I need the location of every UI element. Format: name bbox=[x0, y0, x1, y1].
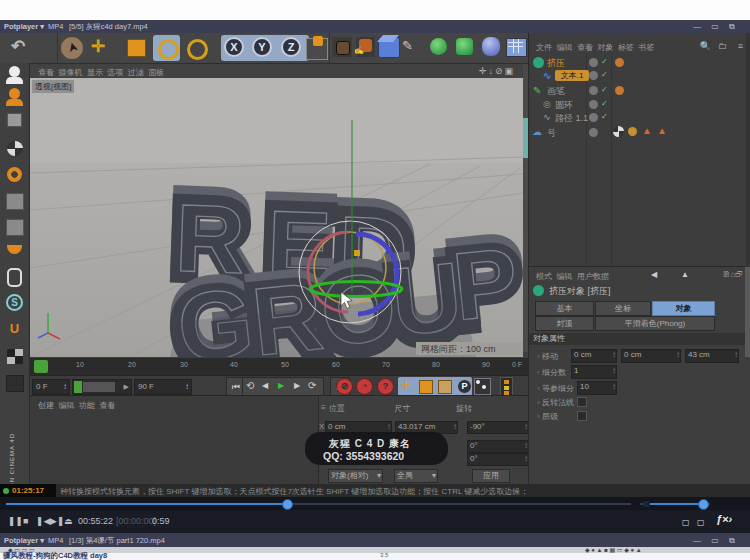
svg-text:网格间距：100 cm: 网格间距：100 cm bbox=[421, 344, 496, 354]
